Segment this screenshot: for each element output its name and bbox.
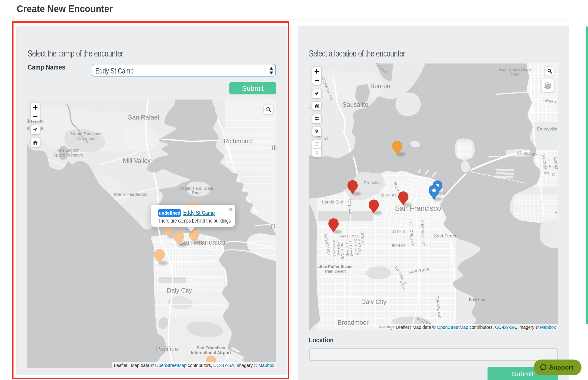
svg-text:East Shore State: East Shore State (499, 67, 531, 72)
svg-text:22nd Street: 22nd Street (433, 233, 456, 238)
svg-text:Emeryville: Emeryville (537, 127, 557, 131)
svg-text:inas Lagoon: inas Lagoon (57, 148, 79, 152)
svg-text:Bayshore: Bayshore (469, 297, 487, 302)
svg-text:18TH S': 18TH S' (392, 229, 405, 233)
svg-text:San Francisco: San Francisco (395, 204, 441, 212)
svg-text:Presidio: Presidio (364, 180, 380, 185)
svg-text:Daly City: Daly City (167, 287, 192, 294)
svg-text:Park: Park (192, 191, 201, 195)
svg-text:HAIG: HAIG (555, 210, 558, 215)
svg-text:Mill Valley: Mill Valley (123, 157, 151, 164)
svg-text:Daly City: Daly City (361, 298, 387, 305)
svg-text:Marin Headlands: Marin Headlands (114, 192, 148, 197)
svg-text:Watershed: Watershed (76, 136, 96, 141)
svg-text:!5TH ST: !5TH ST (392, 244, 406, 248)
svg-text:CLAY ST: CLAY ST (380, 193, 396, 198)
svg-text:36TH AVE: 36TH AVE (340, 243, 345, 259)
svg-text:LAWTON ST: LAWTON ST (339, 234, 360, 238)
svg-text:International Airport: International Airport (191, 350, 231, 355)
svg-text:Oak: Oak (270, 223, 276, 230)
svg-text:Broadmoor: Broadmoor (338, 319, 369, 326)
svg-text:Angel Island State: Angel Island State (179, 186, 213, 191)
svg-text:Richmond: Richmond (224, 138, 252, 145)
svg-text:San Rafael: San Rafael (128, 114, 159, 121)
svg-text:Park: Park (511, 72, 519, 76)
svg-text:San Francisco: San Francisco (197, 346, 225, 350)
svg-text:Mount Tamalpais: Mount Tamalpais (71, 132, 102, 136)
svg-text:Train Depot: Train Depot (324, 269, 346, 273)
svg-text:Lands End: Lands End (322, 200, 343, 204)
svg-text:18TH AVE: 18TH AVE (360, 231, 365, 247)
svg-text:Tiburon: Tiburon (369, 83, 391, 90)
svg-text:Sausalito: Sausalito (342, 101, 368, 108)
svg-text:Tilde: Tilde (270, 144, 276, 151)
svg-text:Space Preserve: Space Preserve (53, 153, 83, 157)
svg-text:28TH AVE: 28TH AVE (349, 241, 354, 257)
svg-text:Little Puffer Steam: Little Puffer Steam (318, 265, 352, 269)
svg-text:Pacifica: Pacifica (156, 346, 178, 353)
